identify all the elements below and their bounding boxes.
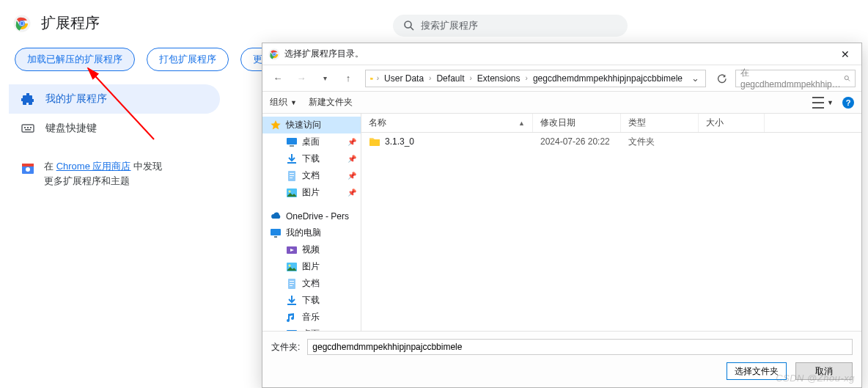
page-title: 扩展程序 bbox=[41, 13, 100, 33]
chrome-webstore-link[interactable]: Chrome 应用商店 bbox=[56, 161, 131, 172]
webstore-promo: 在 Chrome 应用商店 中发现 更多扩展程序和主题 bbox=[9, 143, 220, 188]
row-type: 文件夹 bbox=[621, 136, 699, 148]
folder-picker-dialog: 选择扩展程序目录。 ✕ ← → ▾ ↑ › User Data › Defaul… bbox=[262, 43, 862, 388]
dialog-titlebar: 选择扩展程序目录。 ✕ bbox=[262, 43, 861, 65]
col-type[interactable]: 类型 bbox=[621, 114, 699, 132]
pack-extension-button[interactable]: 打包扩展程序 bbox=[147, 48, 229, 71]
tree-quick-access[interactable]: 快速访问 bbox=[262, 117, 361, 133]
tree-onedrive[interactable]: OneDrive - Pers bbox=[262, 208, 361, 224]
dialog-body: 快速访问 桌面📌 下载📌 文档📌 图片📌 OneDrive - Pers 我的电… bbox=[262, 114, 861, 331]
table-row[interactable]: 3.1.3_0 2024-07-26 20:22 文件夹 bbox=[361, 133, 861, 150]
tree-pictures[interactable]: 图片📌 bbox=[279, 184, 361, 201]
chevron-down-icon[interactable]: ⌄ bbox=[687, 73, 704, 84]
folder-field-row: 文件夹: bbox=[271, 339, 853, 355]
select-folder-button[interactable]: 选择文件夹 bbox=[727, 362, 787, 380]
nav-tree: 快速访问 桌面📌 下载📌 文档📌 图片📌 OneDrive - Pers 我的电… bbox=[262, 114, 361, 331]
folder-label: 文件夹: bbox=[271, 341, 300, 354]
row-name: 3.1.3_0 bbox=[385, 136, 414, 147]
nav-label: 我的扩展程序 bbox=[45, 92, 107, 106]
pin-icon: 📌 bbox=[347, 172, 356, 180]
sidebar: 我的扩展程序 键盘快捷键 在 Chrome 应用商店 中发现 更多扩展程序和主题 bbox=[0, 84, 220, 188]
column-headers: 名称▲ 修改日期 类型 大小 bbox=[361, 114, 861, 133]
video-icon bbox=[286, 244, 298, 256]
dialog-title: 选择扩展程序目录。 bbox=[284, 48, 364, 60]
col-name[interactable]: 名称▲ bbox=[361, 114, 533, 132]
close-button[interactable]: ✕ bbox=[835, 47, 856, 62]
search-wrap: 搜索扩展程序 bbox=[393, 15, 628, 37]
pin-icon: 📌 bbox=[347, 138, 356, 146]
dialog-toolbar: 组织 ▼ 新建文件夹 ▼ ? bbox=[262, 92, 861, 114]
download-icon bbox=[286, 295, 298, 307]
pictures-icon bbox=[286, 261, 298, 273]
tree-documents[interactable]: 文档📌 bbox=[279, 167, 361, 184]
desktop-icon bbox=[286, 136, 298, 148]
chrome-logo-icon bbox=[268, 48, 280, 60]
help-icon[interactable]: ? bbox=[842, 97, 854, 109]
folder-input[interactable] bbox=[307, 339, 853, 355]
nav-my-extensions[interactable]: 我的扩展程序 bbox=[9, 84, 220, 114]
folder-icon bbox=[369, 136, 380, 147]
search-placeholder: 搜索扩展程序 bbox=[421, 19, 478, 32]
tree-downloads2[interactable]: 下载 bbox=[279, 292, 361, 309]
document-icon bbox=[286, 278, 298, 290]
tree-desktop2[interactable]: 桌面 bbox=[279, 326, 361, 331]
organize-button[interactable]: 组织 ▼ bbox=[270, 96, 297, 109]
store-text: 中发现 bbox=[130, 161, 162, 172]
music-icon bbox=[286, 312, 298, 323]
pictures-icon bbox=[286, 187, 298, 199]
extension-icon bbox=[21, 92, 35, 106]
breadcrumb-seg[interactable]: gegcdhemdmmpekhhipjnpajccbbimele bbox=[529, 73, 687, 84]
chrome-logo-icon bbox=[13, 15, 31, 32]
tree-videos[interactable]: 视频 bbox=[279, 241, 361, 258]
document-icon bbox=[286, 170, 298, 182]
tree-music[interactable]: 音乐 bbox=[279, 309, 361, 326]
nav-shortcuts[interactable]: 键盘快捷键 bbox=[9, 114, 220, 143]
load-unpacked-button[interactable]: 加载已解压的扩展程序 bbox=[15, 48, 135, 71]
keyboard-icon bbox=[21, 121, 35, 136]
search-input[interactable]: 搜索扩展程序 bbox=[393, 15, 628, 37]
dialog-search-input[interactable]: 在 gegcdhemdmmpekhhip… bbox=[735, 70, 856, 87]
pin-icon: 📌 bbox=[347, 155, 356, 163]
recent-dropdown[interactable]: ▾ bbox=[315, 70, 334, 87]
rows: 3.1.3_0 2024-07-26 20:22 文件夹 bbox=[361, 133, 861, 331]
breadcrumb-seg[interactable]: User Data bbox=[380, 73, 428, 84]
nav-label: 键盘快捷键 bbox=[45, 122, 97, 135]
pc-icon bbox=[270, 227, 282, 239]
dialog-footer: 文件夹: 选择文件夹 取消 bbox=[262, 331, 861, 387]
search-icon bbox=[844, 74, 850, 83]
cancel-button[interactable]: 取消 bbox=[795, 362, 853, 380]
view-button[interactable]: ▼ bbox=[812, 97, 834, 109]
col-date[interactable]: 修改日期 bbox=[533, 114, 621, 132]
tree-documents2[interactable]: 文档 bbox=[279, 275, 361, 292]
search-icon bbox=[403, 20, 415, 32]
breadcrumb-bar[interactable]: › User Data › Default › Extensions › geg… bbox=[365, 70, 706, 87]
download-icon bbox=[286, 153, 298, 165]
col-size[interactable]: 大小 bbox=[699, 114, 765, 132]
breadcrumb-seg[interactable]: Extensions bbox=[473, 73, 525, 84]
back-button[interactable]: ← bbox=[268, 70, 287, 87]
tree-pictures2[interactable]: 图片 bbox=[279, 258, 361, 275]
search-placeholder: 在 gegcdhemdmmpekhhip… bbox=[740, 67, 841, 89]
breadcrumb-seg[interactable]: Default bbox=[432, 73, 468, 84]
webstore-icon bbox=[21, 161, 35, 175]
file-list: 名称▲ 修改日期 类型 大小 3.1.3_0 2024-07-26 20:22 … bbox=[361, 114, 861, 331]
tree-downloads[interactable]: 下载📌 bbox=[279, 150, 361, 167]
store-text: 在 bbox=[44, 161, 56, 172]
new-folder-button[interactable]: 新建文件夹 bbox=[309, 96, 353, 109]
list-view-icon bbox=[812, 97, 824, 109]
star-icon bbox=[270, 120, 282, 131]
tree-desktop[interactable]: 桌面📌 bbox=[279, 133, 361, 150]
tree-this-pc[interactable]: 我的电脑 bbox=[262, 224, 361, 241]
refresh-button[interactable] bbox=[713, 70, 731, 87]
dialog-nav-bar: ← → ▾ ↑ › User Data › Default › Extensio… bbox=[262, 65, 861, 92]
sort-caret-icon: ▲ bbox=[518, 120, 525, 127]
forward-button[interactable]: → bbox=[292, 70, 311, 87]
row-date: 2024-07-26 20:22 bbox=[533, 136, 621, 147]
cloud-icon bbox=[270, 211, 282, 222]
folder-icon bbox=[370, 72, 373, 85]
up-button[interactable]: ↑ bbox=[339, 70, 358, 87]
pin-icon: 📌 bbox=[347, 188, 356, 197]
store-text: 更多扩展程序和主题 bbox=[44, 175, 130, 186]
